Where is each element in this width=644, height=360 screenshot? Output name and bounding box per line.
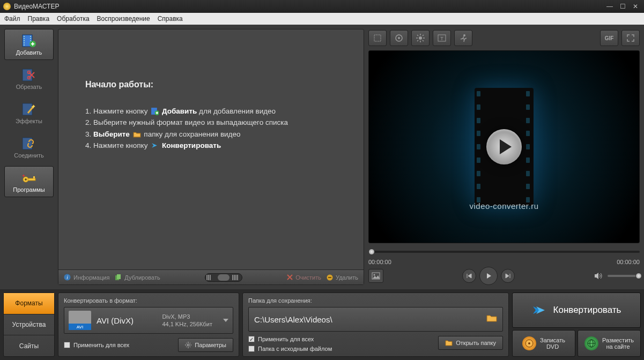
folder-path-field[interactable]: C:\Users\Alex\Videos\ (248, 307, 503, 332)
info-button[interactable]: i Информация (64, 274, 109, 281)
svg-rect-7 (30, 38, 31, 39)
open-folder-button[interactable]: Открыть папку (438, 336, 503, 350)
close-button[interactable]: ✕ (630, 3, 641, 10)
arrow-inline-icon (151, 141, 159, 149)
params-button[interactable]: Параметры (178, 338, 233, 352)
minimize-button[interactable]: — (604, 3, 615, 10)
browse-folder-button[interactable] (486, 314, 497, 325)
clear-icon (287, 274, 293, 280)
svg-rect-4 (24, 42, 25, 43)
burn-dvd-button[interactable]: Записать DVD (512, 330, 575, 357)
svg-line-42 (423, 40, 424, 41)
getting-started: Начало работы: 1. Нажмите кнопку Добавит… (58, 29, 364, 269)
main-area: Добавить Обрезать Эффекты Соединить Прог… (0, 25, 644, 289)
sidebar-add-button[interactable]: Добавить (4, 29, 54, 60)
delete-button[interactable]: Удалить (327, 274, 358, 281)
step-3: 3. Выберите папку для сохранения видео (85, 129, 342, 140)
folder-apply-all-checkbox[interactable]: ✓ Применить для всех (248, 336, 332, 342)
tool-crop-button[interactable] (368, 30, 387, 46)
seek-slider[interactable] (368, 251, 640, 253)
watermark-text: video-converter.ru (469, 201, 538, 211)
folder-source-checkbox[interactable]: Папка с исходным файлом (248, 346, 332, 352)
tab-sites[interactable]: Сайты (4, 335, 54, 356)
scissors-film-icon (20, 68, 38, 82)
svg-rect-21 (28, 178, 35, 181)
action-panel: Конвертировать Записать DVD Разместить н… (512, 292, 641, 357)
format-thumb-icon (69, 311, 91, 330)
upload-button[interactable]: Разместить на сайте (578, 330, 641, 357)
next-button[interactable] (501, 269, 515, 283)
preview-video[interactable]: video-converter.ru (368, 50, 640, 243)
menu-file[interactable]: Файл (4, 15, 20, 22)
svg-point-36 (419, 36, 422, 40)
format-meta: DivX, MP3 44,1 KHz, 256Кбит (162, 313, 212, 328)
lens-icon (394, 33, 404, 43)
menu-playback[interactable]: Воспроизведение (97, 15, 150, 22)
svg-point-60 (528, 342, 530, 344)
play-graphic-icon (486, 129, 522, 164)
svg-text:T: T (440, 36, 443, 41)
play-button[interactable] (479, 267, 498, 285)
folder-panel-label: Папка для сохранения: (248, 297, 503, 304)
running-icon (458, 33, 468, 43)
volume-slider[interactable] (608, 275, 640, 277)
checkbox-icon (248, 346, 255, 352)
menu-process[interactable]: Обработка (57, 15, 90, 22)
convert-arrow-icon (532, 304, 547, 316)
tool-text-button[interactable]: T (433, 30, 451, 46)
text-frame-icon: T (437, 33, 447, 43)
file-list-area: Начало работы: 1. Нажмите кнопку Добавит… (58, 29, 364, 285)
prev-icon (466, 273, 472, 279)
sidebar-cut-button[interactable]: Обрезать (4, 63, 54, 94)
format-panel: Конвертировать в формат: AVI (DivX) DivX… (58, 292, 239, 357)
format-name: AVI (DivX) (97, 316, 134, 325)
svg-rect-1 (24, 36, 25, 37)
menu-help[interactable]: Справка (158, 15, 183, 22)
sidebar-join-button[interactable]: Соединить (4, 132, 54, 163)
sidebar-effects-button[interactable]: Эффекты (4, 98, 54, 129)
add-inline-icon (151, 107, 159, 115)
svg-point-49 (374, 274, 375, 276)
prev-button[interactable] (462, 269, 476, 283)
gif-icon: GIF (605, 35, 614, 41)
svg-rect-2 (24, 38, 25, 39)
preview-toolbar: T GIF (368, 29, 640, 47)
crop-icon (373, 33, 382, 43)
tool-fullscreen-button[interactable] (621, 30, 640, 46)
filmstrip-graphic (475, 88, 534, 206)
sidebar-programs-button[interactable]: Программы (4, 166, 54, 197)
format-panel-label: Конвертировать в формат: (64, 297, 233, 304)
view-mode-toggle[interactable] (205, 273, 242, 282)
tab-devices[interactable]: Устройства (4, 314, 54, 336)
maximize-button[interactable]: ☐ (617, 3, 628, 10)
tool-enhance-button[interactable] (390, 30, 408, 46)
svg-line-56 (190, 347, 190, 347)
menu-edit[interactable]: Правка (28, 15, 50, 22)
tool-gif-button[interactable]: GIF (600, 30, 618, 46)
clear-button[interactable]: Очистить (287, 274, 321, 281)
snapshot-button[interactable] (368, 269, 383, 283)
sidebar-cut-label: Обрезать (16, 84, 42, 90)
svg-rect-6 (30, 36, 31, 37)
speaker-icon[interactable] (594, 272, 603, 280)
folder-panel: Папка для сохранения: C:\Users\Alex\Vide… (242, 292, 509, 357)
format-apply-all-checkbox[interactable]: Применить для всех (64, 342, 129, 348)
svg-rect-22 (33, 176, 35, 178)
format-dropdown[interactable]: AVI (DivX) DivX, MP3 44,1 KHz, 256Кбит (64, 307, 233, 334)
sidebar-join-label: Соединить (14, 152, 44, 159)
step-2: 2. Выберите нужный формат видео из выпад… (85, 117, 342, 129)
duplicate-button[interactable]: Дублировать (115, 274, 160, 281)
format-tabs: Форматы Устройства Сайты (3, 292, 55, 357)
tool-brightness-button[interactable] (411, 30, 430, 46)
svg-rect-30 (117, 274, 121, 279)
tool-speed-button[interactable] (454, 30, 472, 46)
bottom-panel: Форматы Устройства Сайты Конвертировать … (0, 289, 644, 360)
time-row: 00:00:00 00:00:00 (368, 258, 640, 266)
sidebar: Добавить Обрезать Эффекты Соединить Прог… (0, 25, 58, 289)
tab-formats[interactable]: Форматы (4, 293, 54, 314)
next-icon (505, 273, 511, 279)
svg-rect-5 (24, 44, 25, 46)
key-icon (20, 170, 38, 185)
app-logo-icon (3, 3, 11, 10)
convert-button[interactable]: Конвертировать (512, 292, 641, 328)
